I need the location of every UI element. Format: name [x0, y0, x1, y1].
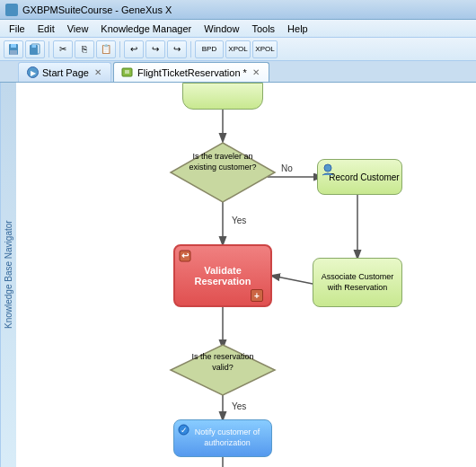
start-node [182, 83, 263, 110]
redo2-button[interactable]: ↪ [167, 40, 187, 58]
validate-icon: ↩ [179, 250, 191, 264]
xpol2-button[interactable]: XPOL [252, 40, 278, 58]
svg-rect-2 [10, 50, 17, 55]
tab-start-label: Start Page [42, 67, 89, 78]
expand-icon[interactable]: + [251, 289, 263, 302]
undo-button[interactable]: ↩ [124, 40, 144, 58]
flowchart: Is the traveler an existing customer? No… [16, 83, 476, 467]
main-area: Knowledge Base Navigator [0, 83, 476, 467]
decision-traveler: Is the traveler an existing customer? [169, 141, 277, 206]
cut-button[interactable]: ✂ [53, 40, 73, 58]
xpol1-button[interactable]: XPOL [225, 40, 251, 58]
flight-ticket-icon [121, 66, 134, 79]
validate-reservation-box: ↩ Validate Reservation + [173, 244, 272, 307]
toolbar-sep-1 [48, 41, 49, 57]
menu-window[interactable]: Window [198, 22, 244, 36]
save-all-button[interactable] [25, 40, 45, 58]
tabs-bar: ▶ Start Page ✕ FlightTicketReservation *… [0, 61, 476, 83]
title-bar: GXBPMSuiteCourse - GeneXus X [0, 0, 476, 20]
paste-button[interactable]: 📋 [96, 40, 116, 58]
notify-icon: ✓ [178, 424, 190, 437]
associate-label: Associate Customer with Reservation [313, 272, 401, 293]
menu-help[interactable]: Help [282, 22, 313, 36]
start-page-icon: ▶ [26, 66, 39, 79]
svg-text:✓: ✓ [181, 426, 188, 435]
toolbar: ✂ ⎘ 📋 ↩ ↪ ↪ BPD XPOL XPOL [0, 38, 476, 61]
redo-button[interactable]: ↪ [145, 40, 165, 58]
svg-rect-4 [31, 45, 36, 48]
tab-start-close[interactable]: ✕ [93, 66, 103, 78]
svg-text:↩: ↩ [181, 251, 190, 260]
svg-line-15 [272, 276, 317, 285]
save-button[interactable] [4, 40, 23, 58]
toolbar-sep-3 [190, 41, 191, 57]
record-customer-icon [322, 163, 334, 178]
svg-rect-1 [11, 44, 16, 48]
bpd-button[interactable]: BPD [195, 40, 224, 58]
menu-view[interactable]: View [62, 22, 94, 36]
yes-label-2: Yes [232, 401, 246, 411]
yes-label-1: Yes [232, 216, 246, 225]
svg-point-20 [324, 164, 331, 172]
associate-customer-box: Associate Customer with Reservation [313, 258, 402, 307]
copy-button[interactable]: ⎘ [75, 40, 94, 58]
record-customer-box: Record Customer [317, 159, 402, 195]
svg-text:▶: ▶ [30, 69, 36, 77]
tab-flight-label: FlightTicketReservation * [137, 67, 247, 78]
left-sidebar[interactable]: Knowledge Base Navigator [0, 83, 16, 467]
menu-tools[interactable]: Tools [246, 22, 280, 36]
validate-label: Validate Reservation [175, 265, 270, 286]
decision-reservation: Is the reservation valid? [169, 343, 277, 399]
tab-start-page[interactable]: ▶ Start Page ✕ [18, 62, 111, 82]
toolbar-sep-2 [119, 41, 120, 57]
title-text: GXBPMSuiteCourse - GeneXus X [22, 4, 172, 15]
notify-customer-box: ✓ Notify customer of authorization [173, 419, 272, 457]
menu-bar: File Edit View Knowledge Manager Window … [0, 20, 476, 38]
menu-knowledge-manager[interactable]: Knowledge Manager [95, 22, 197, 36]
canvas-area[interactable]: Is the traveler an existing customer? No… [16, 83, 476, 467]
menu-file[interactable]: File [4, 22, 31, 36]
sidebar-label: Knowledge Base Navigator [4, 221, 13, 330]
no-label: No [281, 163, 293, 173]
tab-flight-ticket[interactable]: FlightTicketReservation * ✕ [113, 62, 269, 82]
menu-edit[interactable]: Edit [32, 22, 60, 36]
tab-flight-close[interactable]: ✕ [251, 66, 261, 78]
app-icon [5, 4, 18, 16]
